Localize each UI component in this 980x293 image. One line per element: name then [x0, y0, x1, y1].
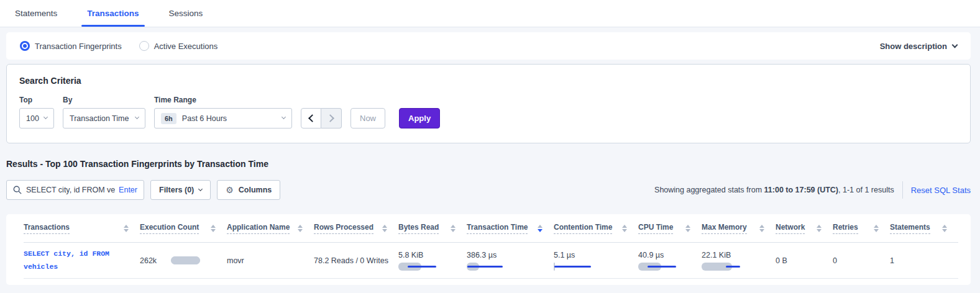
column-header-retries[interactable]: Retries [833, 223, 890, 234]
radio-icon[interactable] [139, 41, 149, 51]
cell-cpu-time: 40.9 µs [638, 251, 702, 271]
table-row: SELECT city, id FROM vehicles 262k movr … [24, 243, 958, 279]
bytes-read-bar [398, 263, 439, 271]
time-range-select[interactable]: 6h Past 6 Hours [154, 108, 292, 128]
sort-icon[interactable] [622, 225, 627, 232]
stats-period: 11:00 to 17:59 (UTC) [764, 186, 838, 194]
transaction-time-value: 386.3 µs [467, 251, 554, 259]
sort-icon[interactable] [759, 225, 764, 232]
cpu-time-value: 40.9 µs [638, 251, 702, 259]
max-memory-value: 22.1 KiB [702, 251, 776, 259]
show-description-toggle[interactable]: Show description [880, 42, 957, 51]
tab-statements-label: Statements [15, 9, 57, 18]
results-toolbar: SELECT city, id FROM vehicles W Enter Fi… [6, 180, 971, 200]
by-select[interactable]: Transaction Time [63, 108, 145, 128]
cell-statements: 1 [890, 256, 958, 265]
radio-transaction-fingerprints[interactable]: Transaction Fingerprints [20, 41, 122, 51]
sort-icon[interactable] [942, 225, 947, 232]
cell-contention-time: 5.1 µs [554, 251, 638, 271]
cell-network: 0 B [776, 256, 833, 265]
search-criteria-title: Search Criteria [19, 76, 958, 86]
sort-icon[interactable] [538, 225, 543, 232]
now-button[interactable]: Now [350, 108, 385, 128]
bytes-read-value: 5.8 KiB [398, 251, 467, 259]
cell-max-memory: 22.1 KiB [702, 251, 776, 271]
sort-icon[interactable] [298, 225, 303, 232]
cell-application-name: movr [227, 256, 314, 265]
search-input[interactable]: SELECT city, id FROM vehicles W Enter [6, 180, 144, 200]
sort-icon[interactable] [211, 225, 216, 232]
radio-active-executions[interactable]: Active Executions [139, 41, 218, 51]
tab-transactions-label: Transactions [87, 9, 139, 18]
column-header-transactions[interactable]: Transactions [24, 223, 140, 234]
aggregated-stats-text: Showing aggregated stats from 11:00 to 1… [654, 186, 894, 194]
gear-icon: ⚙ [226, 186, 234, 194]
reset-sql-stats-link[interactable]: Reset SQL Stats [911, 186, 971, 195]
column-header-transaction-time[interactable]: Transaction Time [467, 223, 554, 234]
column-header-contention-time[interactable]: Contention Time [554, 223, 638, 234]
columns-button[interactable]: ⚙ Columns [217, 180, 280, 200]
column-header-cpu-time[interactable]: CPU Time [638, 223, 702, 234]
chevron-down-icon [135, 115, 139, 119]
column-header-rows-processed[interactable]: Rows Processed [314, 223, 398, 234]
tab-bar: Statements Transactions Sessions [0, 0, 980, 27]
top-select[interactable]: 100 [19, 108, 54, 128]
tab-sessions-label: Sessions [169, 9, 203, 18]
contention-time-value: 5.1 µs [554, 251, 638, 259]
execution-count-value: 262k [140, 256, 157, 265]
top-label: Top [19, 96, 54, 104]
sort-icon[interactable] [685, 225, 690, 232]
transaction-fingerprint-link[interactable]: SELECT city, id FROM vehicles [24, 248, 140, 273]
chevron-down-icon [44, 115, 48, 119]
next-time-window-button[interactable] [321, 108, 342, 128]
transactions-page: Statements Transactions Sessions Transac… [0, 0, 980, 293]
tab-statements[interactable]: Statements [15, 0, 57, 27]
columns-button-label: Columns [239, 186, 272, 194]
sort-icon[interactable] [817, 225, 822, 232]
by-label: By [63, 96, 145, 104]
sort-icon[interactable] [124, 225, 129, 232]
results-title: Results - Top 100 Transaction Fingerprin… [6, 159, 980, 169]
sort-icon[interactable] [382, 225, 387, 232]
column-header-bytes-read[interactable]: Bytes Read [398, 223, 467, 234]
column-header-execution-count[interactable]: Execution Count [140, 223, 227, 234]
by-select-value: Transaction Time [70, 114, 129, 123]
tab-transactions[interactable]: Transactions [87, 0, 139, 27]
radio-icon[interactable] [20, 41, 30, 51]
chevron-down-icon [952, 42, 958, 48]
search-enter-button[interactable]: Enter [119, 186, 137, 194]
transactions-table: Transactions Execution Count Application… [6, 214, 971, 285]
apply-button[interactable]: Apply [399, 108, 440, 128]
time-range-value: Past 6 Hours [182, 114, 227, 123]
search-criteria-card: Search Criteria Top 100 By Transaction T… [6, 64, 971, 143]
time-range-field: Time Range 6h Past 6 Hours [154, 96, 292, 128]
show-description-label: Show description [880, 42, 947, 51]
search-criteria-controls: Top 100 By Transaction Time Time Range 6… [19, 96, 958, 128]
filters-button[interactable]: Filters (0) [150, 180, 211, 200]
top-select-value: 100 [26, 114, 39, 123]
cpu-time-bar [638, 263, 679, 271]
radio-transaction-fingerprints-label: Transaction Fingerprints [35, 42, 122, 51]
radio-active-executions-label: Active Executions [154, 42, 218, 51]
table-header-row: Transactions Execution Count Application… [24, 214, 958, 243]
column-header-network[interactable]: Network [776, 223, 833, 234]
cell-execution-count: 262k [140, 256, 227, 265]
cell-rows-processed: 78.2 Reads / 0 Writes [314, 256, 398, 265]
time-range-pager [301, 108, 342, 128]
cell-transaction-query: SELECT city, id FROM vehicles [24, 248, 140, 273]
column-header-statements[interactable]: Statements [890, 223, 958, 234]
filters-button-label: Filters (0) [159, 186, 194, 194]
contention-time-bar [554, 263, 594, 271]
column-header-max-memory[interactable]: Max Memory [702, 223, 776, 234]
vertical-divider [902, 181, 903, 199]
column-header-application-name[interactable]: Application Name [227, 223, 314, 234]
time-range-label: Time Range [154, 96, 292, 104]
search-icon [13, 186, 22, 194]
cell-transaction-time: 386.3 µs [467, 251, 554, 271]
sort-icon[interactable] [874, 225, 879, 232]
sort-icon[interactable] [451, 225, 456, 232]
tab-sessions[interactable]: Sessions [169, 0, 203, 27]
time-range-badge: 6h [161, 113, 176, 124]
previous-time-window-button[interactable] [301, 108, 321, 128]
chevron-down-icon [198, 186, 203, 191]
